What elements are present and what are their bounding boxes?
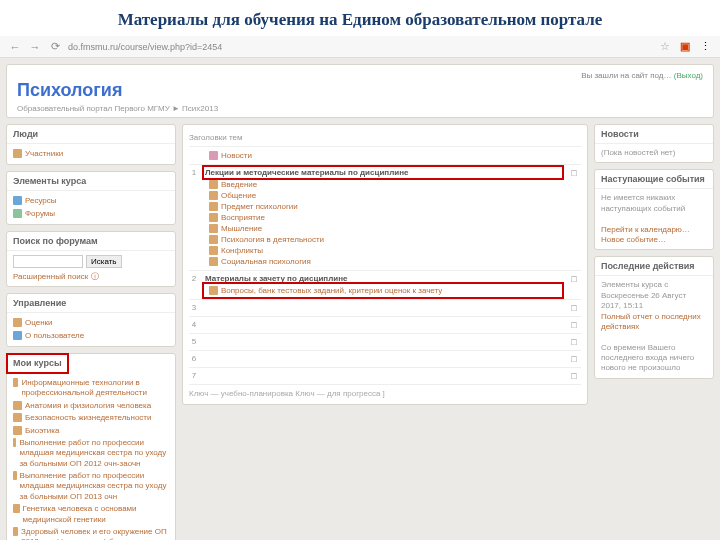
course-link[interactable]: Генетика человека с основами медицинской… <box>13 503 169 526</box>
topic-row: 7□ <box>189 368 581 385</box>
page-content: Вы зашли на сайт под… (Выход) Психология… <box>0 58 720 540</box>
course-link[interactable]: Биоэтика <box>13 425 169 437</box>
resource-link[interactable]: Вопросы, банк тестовых заданий, критерии… <box>209 285 561 296</box>
list-item[interactable]: Ресурсы <box>13 195 169 207</box>
block-title: Люди <box>7 125 175 144</box>
bookmark-star-icon[interactable]: ☆ <box>658 40 672 54</box>
list-item[interactable]: Оценки <box>13 317 169 329</box>
resource-icon <box>13 196 22 205</box>
resource-link[interactable]: Социальная психология <box>209 256 561 267</box>
center-column: Заголовки тем Новости 1Лекции и методиче… <box>182 124 588 540</box>
topic-collapse-icon[interactable]: □ <box>567 354 581 364</box>
course-icon <box>13 378 18 387</box>
url-bar[interactable]: do.fmsmu.ru/course/view.php?id=2454 <box>68 42 652 52</box>
file-icon <box>209 202 218 211</box>
file-icon <box>209 246 218 255</box>
resource-link[interactable]: Введение <box>209 179 561 190</box>
topic-row: 3□ <box>189 300 581 317</box>
list-item[interactable]: Форумы <box>13 208 169 220</box>
resource-link[interactable]: Психология в деятельности <box>209 234 561 245</box>
topic-number: 1 <box>189 168 199 267</box>
course-icon <box>13 471 17 480</box>
grades-icon <box>13 318 22 327</box>
topic-collapse-icon[interactable]: □ <box>567 371 581 381</box>
reload-icon[interactable]: ⟳ <box>48 40 62 54</box>
topic-content <box>205 337 561 347</box>
block-title: Последние действия <box>595 257 713 276</box>
file-icon <box>209 180 218 189</box>
topics-block: Заголовки тем Новости 1Лекции и методиче… <box>182 124 588 405</box>
course-link[interactable]: Выполнение работ по профессии младшая ме… <box>13 470 169 503</box>
recent-footer: Со времени Вашего последнего входа ничег… <box>601 343 707 374</box>
file-icon <box>209 213 218 222</box>
office-icon[interactable]: ▣ <box>678 40 692 54</box>
news-forum-link[interactable]: Новости <box>209 150 561 161</box>
topic-row: 4□ <box>189 317 581 334</box>
block-title: Элементы курса <box>7 172 175 191</box>
topic-content <box>205 354 561 364</box>
browser-toolbar: ← → ⟳ do.fmsmu.ru/course/view.php?id=245… <box>0 36 720 58</box>
block-search: Поиск по форумам Искать Расширенный поис… <box>6 231 176 287</box>
topic-content <box>205 303 561 313</box>
course-icon <box>13 413 22 422</box>
topic-row: 2Материалы к зачету по дисциплинеВопросы… <box>189 271 581 300</box>
search-button[interactable]: Искать <box>86 255 122 268</box>
course-link[interactable]: Анатомия и физиология человека <box>13 400 169 412</box>
page-title: Психология <box>17 80 703 101</box>
calendar-link[interactable]: Перейти к календарю… <box>601 225 707 235</box>
topic-collapse-icon[interactable]: □ <box>567 337 581 347</box>
list-item[interactable]: Участники <box>13 148 169 160</box>
advanced-search-link[interactable]: Расширенный поиск ⓘ <box>13 271 169 282</box>
topic-collapse-icon[interactable]: □ <box>567 320 581 330</box>
resource-link[interactable]: Мышление <box>209 223 561 234</box>
topic-content: Лекции и методические материалы по дисци… <box>205 168 561 267</box>
forum-icon <box>13 209 22 218</box>
course-link[interactable]: Информационные технологии в профессионал… <box>13 377 169 400</box>
resource-link[interactable]: Предмет психологии <box>209 201 561 212</box>
course-link[interactable]: Выполнение работ по профессии младшая ме… <box>13 437 169 470</box>
block-people: Люди Участники <box>6 124 176 165</box>
course-link[interactable]: Здоровый человек и его окружение ОП 2012… <box>13 526 169 540</box>
file-icon <box>209 257 218 266</box>
page-header: Вы зашли на сайт под… (Выход) Психология… <box>6 64 714 118</box>
forum-icon <box>209 151 218 160</box>
breadcrumb[interactable]: Образовательный портал Первого МГМУ ► Пс… <box>17 104 703 113</box>
course-link[interactable]: Безопасность жизнедеятельности <box>13 412 169 424</box>
logout-link[interactable]: (Выход) <box>674 71 703 80</box>
right-column: Новости (Пока новостей нет) Наступающие … <box>594 124 714 540</box>
topic-collapse-icon[interactable]: □ <box>567 303 581 313</box>
list-item[interactable]: О пользователе <box>13 330 169 342</box>
block-elements: Элементы курса Ресурсы Форумы <box>6 171 176 225</box>
menu-icon[interactable]: ⋮ <box>698 40 712 54</box>
resource-link[interactable]: Конфликты <box>209 245 561 256</box>
resource-link[interactable]: Восприятие <box>209 212 561 223</box>
search-input[interactable] <box>13 255 83 268</box>
course-icon <box>13 504 20 513</box>
file-icon <box>209 224 218 233</box>
new-event-link[interactable]: Новое событие… <box>601 235 707 245</box>
file-icon <box>209 235 218 244</box>
login-info: Вы зашли на сайт под… <box>581 71 671 80</box>
recent-report-link[interactable]: Полный отчет о последних действиях <box>601 312 707 333</box>
resource-link[interactable]: Общение <box>209 190 561 201</box>
block-title: Поиск по форумам <box>7 232 175 251</box>
topic-row: 6□ <box>189 351 581 368</box>
file-icon <box>209 191 218 200</box>
block-mycourses: Мои курсы Информационные технологии в пр… <box>6 353 176 540</box>
forward-icon[interactable]: → <box>28 40 42 54</box>
topic-number: 5 <box>189 337 199 347</box>
help-icon[interactable]: ⓘ <box>91 272 99 281</box>
file-icon <box>209 286 218 295</box>
topic-number: 6 <box>189 354 199 364</box>
topic-number: 4 <box>189 320 199 330</box>
block-title-mycourses: Мои курсы <box>7 354 68 373</box>
block-events: Наступающие события Не имеется никаких н… <box>594 169 714 250</box>
topic-collapse-icon[interactable]: □ <box>567 168 581 267</box>
topic-collapse-icon[interactable]: □ <box>567 274 581 296</box>
back-icon[interactable]: ← <box>8 40 22 54</box>
block-title: Управление <box>7 294 175 313</box>
topic-content <box>205 371 561 381</box>
news-body: (Пока новостей нет) <box>595 144 713 162</box>
topic-number: 3 <box>189 303 199 313</box>
left-column: Люди Участники Элементы курса Ресурсы Фо… <box>6 124 176 540</box>
